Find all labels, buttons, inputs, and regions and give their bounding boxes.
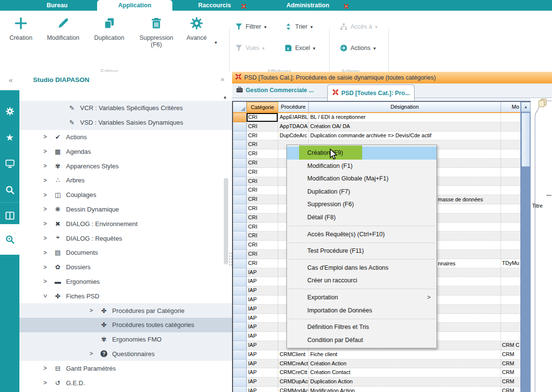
menu-tab-application[interactable]: Application	[97, 0, 172, 11]
creation-button[interactable]: Création	[5, 16, 37, 54]
row-selector[interactable]	[233, 377, 247, 387]
cell-mo[interactable]	[501, 113, 520, 122]
cell-procedure[interactable]: CRMClient	[278, 350, 309, 359]
star-icon[interactable]: ★	[0, 125, 19, 149]
cell-designation[interactable]: Création Action	[309, 359, 501, 368]
tree-item-vcr-variables-specifiques-criteres[interactable]: ✎VCR : Variables Spécifiques Critères	[19, 101, 232, 115]
tree-item-dessin-dynamique[interactable]: >❋Dessin Dynamique	[19, 202, 232, 217]
chevron-right-icon[interactable]: >	[39, 177, 51, 184]
chevron-right-icon[interactable]: >	[39, 163, 51, 169]
row-selector[interactable]	[233, 168, 247, 177]
scroll-up-button[interactable]: ▲	[521, 102, 531, 112]
chevron-right-icon[interactable]: >	[39, 249, 51, 256]
cell-mo[interactable]	[501, 295, 520, 304]
cell-designation[interactable]: Duplication commande archivée => Devis/C…	[309, 131, 501, 140]
tree-scrollbar-thumb[interactable]	[224, 178, 228, 264]
tree-item-dialog-environnement[interactable]: >✖DIALOG : Environnement	[19, 216, 232, 231]
row-selector[interactable]	[233, 341, 247, 350]
chevron-right-icon[interactable]: >	[39, 264, 51, 271]
row-selector[interactable]	[233, 268, 247, 278]
cell-categorie[interactable]: CRI	[247, 223, 278, 231]
chevron-right-icon[interactable]: >	[39, 235, 51, 242]
row-selector[interactable]	[233, 250, 247, 259]
cell-mo[interactable]	[501, 314, 520, 323]
menu-tab-raccourcis[interactable]: Raccourcis	[190, 0, 239, 11]
chevron-right-icon[interactable]: >	[39, 133, 51, 140]
excel-button[interactable]: x Excel ▾	[284, 43, 316, 53]
table-row[interactable]: CRIDupCdeArcDuplication commande archivé…	[233, 131, 520, 141]
cell-categorie[interactable]: CRI	[247, 186, 278, 195]
cell-categorie[interactable]: CRI	[247, 113, 278, 122]
cell-mo[interactable]	[501, 149, 520, 158]
cell-procedure[interactable]: AppTDAOA	[278, 122, 309, 131]
tree-item-arbres[interactable]: >∴Arbres	[19, 173, 232, 188]
chevron-right-icon[interactable]: >	[39, 278, 51, 285]
tree-item-dialog-requetes[interactable]: >❝DIALOG : Requêtes	[19, 231, 232, 245]
row-selector[interactable]	[233, 368, 247, 377]
table-row[interactable]: CRIAppEIARBLBL / EDI à receptionner	[233, 113, 520, 122]
menu-item-condition-par-defaut[interactable]: Condition par Défaut	[287, 334, 436, 347]
menu-item-cas-d-emploi-dans-les-actions[interactable]: Cas d'Emploi dans les Actions	[287, 261, 436, 275]
row-selector[interactable]	[233, 131, 247, 141]
cell-categorie[interactable]: IAP	[247, 332, 278, 341]
chevron-right-icon[interactable]: >	[39, 206, 51, 212]
cell-mo[interactable]	[501, 213, 520, 222]
cell-categorie[interactable]: IAP	[247, 350, 278, 359]
table-row[interactable]: IAPCRMModActModification ActionCRM	[233, 387, 520, 392]
chevrons-left-icon[interactable]: «	[9, 76, 13, 84]
cell-mo[interactable]: CRM C	[501, 341, 520, 350]
cell-categorie[interactable]: IAP	[247, 368, 278, 377]
cell-categorie[interactable]: CRI	[247, 149, 278, 158]
row-selector[interactable]	[233, 259, 247, 268]
actions-button[interactable]: Actions ▾	[340, 43, 376, 53]
cell-mo[interactable]	[501, 122, 520, 131]
cell-mo[interactable]: TDyMu	[501, 259, 520, 268]
cell-categorie[interactable]: CRI	[247, 159, 278, 167]
cell-categorie[interactable]: CRI	[247, 204, 278, 213]
tab-gestion-commerciale[interactable]: Gestion Commerciale ...	[236, 86, 314, 94]
cell-categorie[interactable]: IAP	[247, 323, 278, 331]
row-selector[interactable]	[233, 223, 247, 232]
chevron-right-icon[interactable]: >	[39, 148, 51, 155]
cell-mo[interactable]	[501, 277, 520, 286]
chevron-down-icon[interactable]: ▾	[262, 46, 265, 51]
row-selector[interactable]	[233, 332, 247, 341]
vertical-scrollbar[interactable]: ▲	[520, 102, 531, 392]
menu-item-acces-requete-s-ctrl-f10[interactable]: Accès Requête(s) (Ctrl+F10)	[287, 228, 436, 241]
row-selector[interactable]	[233, 159, 247, 168]
menu-item-duplication-f7[interactable]: Duplication (F7)	[287, 185, 436, 198]
cell-mo[interactable]	[501, 168, 520, 177]
cell-categorie[interactable]: CRI	[247, 250, 278, 259]
cell-categorie[interactable]: IAP	[247, 286, 278, 295]
cell-categorie[interactable]: CRI	[247, 259, 278, 268]
cell-mo[interactable]: CRM	[501, 387, 520, 392]
menu-item-test-procedure-f11[interactable]: Test Procédure (F11)	[287, 245, 436, 258]
cell-mo[interactable]: CRM	[501, 368, 520, 377]
table-row[interactable]: IAPCRMClientFiche clientCRM	[233, 350, 520, 359]
duplication-button[interactable]: Duplication	[87, 16, 131, 54]
tree-item-couplages[interactable]: >◫Couplages	[19, 188, 232, 202]
row-selector[interactable]	[233, 113, 247, 122]
menu-tab-bureau[interactable]: Bureau	[29, 0, 85, 11]
tree-item-gantt-parametres[interactable]: >⊟Gantt Paramétrés	[19, 361, 232, 376]
cell-mo[interactable]	[501, 323, 520, 331]
scrollbar-thumb[interactable]	[521, 113, 530, 167]
cell-mo[interactable]: CRM	[501, 359, 520, 368]
select-all-header[interactable]	[233, 102, 247, 112]
row-selector[interactable]	[233, 305, 247, 314]
tree-item-procedures-par-categorie[interactable]: >✤Procédures par Catégorie	[19, 303, 232, 318]
chevron-down-icon[interactable]: ▾	[215, 40, 217, 45]
chevron-right-icon[interactable]: >	[39, 220, 51, 227]
tree-item-dossiers[interactable]: >✿Dossiers	[19, 260, 232, 275]
chevron-down-icon[interactable]: ▾	[373, 46, 376, 51]
tree-item-procedures-toutes-categories[interactable]: ✤Procédures toutes catégories	[19, 318, 232, 332]
cell-mo[interactable]	[501, 177, 520, 186]
cell-mo[interactable]: CRM	[501, 377, 520, 386]
cell-mo[interactable]	[501, 231, 520, 240]
tree-item-ergonomies-fmo[interactable]: ✾Ergonomies FMO	[19, 332, 232, 347]
suppression-button[interactable]: Suppression (F6)	[134, 16, 179, 54]
menu-item-detail-f8[interactable]: Détail (F8)	[287, 211, 436, 224]
gear-icon[interactable]	[0, 99, 19, 123]
cell-procedure[interactable]: CRMModAct	[278, 387, 309, 392]
cell-categorie[interactable]: CRI	[247, 168, 278, 177]
